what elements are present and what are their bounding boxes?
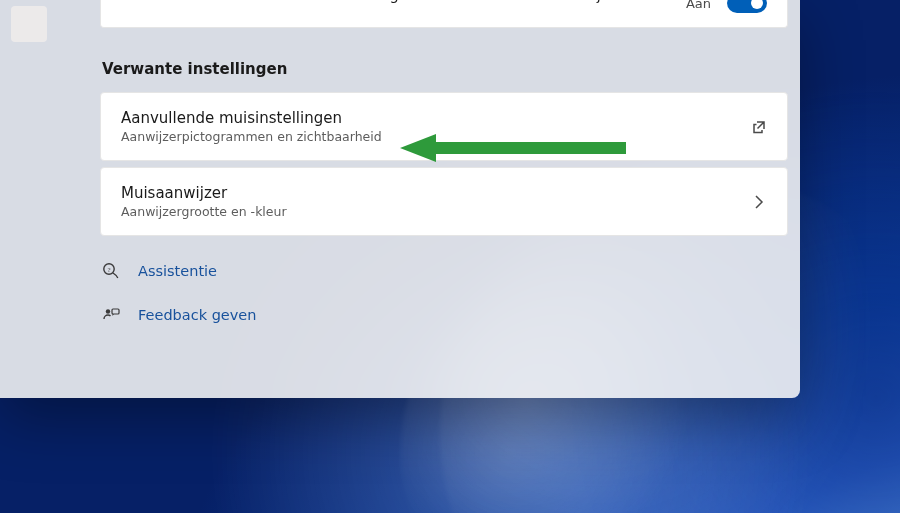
- help-assistance-label: Assistentie: [138, 263, 217, 279]
- svg-text:?: ?: [107, 266, 110, 274]
- link-additional-mouse-settings-title: Aanvullende muisinstellingen: [121, 109, 382, 127]
- link-mouse-pointer-subtitle: Aanwijzergrootte en -kleur: [121, 204, 287, 219]
- svg-point-2: [106, 309, 110, 313]
- feedback-icon: [102, 306, 120, 324]
- link-additional-mouse-settings-subtitle: Aanwijzerpictogrammen en zichtbaarheid: [121, 129, 382, 144]
- section-header-related: Verwante instellingen: [102, 60, 786, 78]
- toggle-state-label: Aan: [686, 0, 711, 11]
- svg-rect-3: [112, 309, 119, 314]
- open-external-icon: [751, 119, 767, 135]
- help-assistance-link[interactable]: ? Assistentie: [100, 256, 788, 286]
- settings-window: Inhoud van inactieve vensters omlaag sch…: [0, 0, 800, 398]
- setting-scroll-inactive-windows[interactable]: Inhoud van inactieve vensters omlaag sch…: [100, 0, 788, 28]
- nav-item-stub[interactable]: [11, 6, 47, 42]
- link-mouse-pointer[interactable]: Muisaanwijzer Aanwijzergrootte en -kleur: [100, 167, 788, 236]
- link-additional-mouse-settings[interactable]: Aanvullende muisinstellingen Aanwijzerpi…: [100, 92, 788, 161]
- help-feedback-label: Feedback geven: [138, 307, 256, 323]
- help-icon: ?: [102, 262, 120, 280]
- toggle-switch[interactable]: [727, 0, 767, 13]
- settings-content: Inhoud van inactieve vensters omlaag sch…: [100, 0, 788, 398]
- link-mouse-pointer-title: Muisaanwijzer: [121, 184, 287, 202]
- setting-scroll-inactive-windows-label: Inhoud van inactieve vensters omlaag sch…: [121, 0, 608, 3]
- chevron-right-icon: [751, 194, 767, 210]
- help-feedback-link[interactable]: Feedback geven: [100, 300, 788, 330]
